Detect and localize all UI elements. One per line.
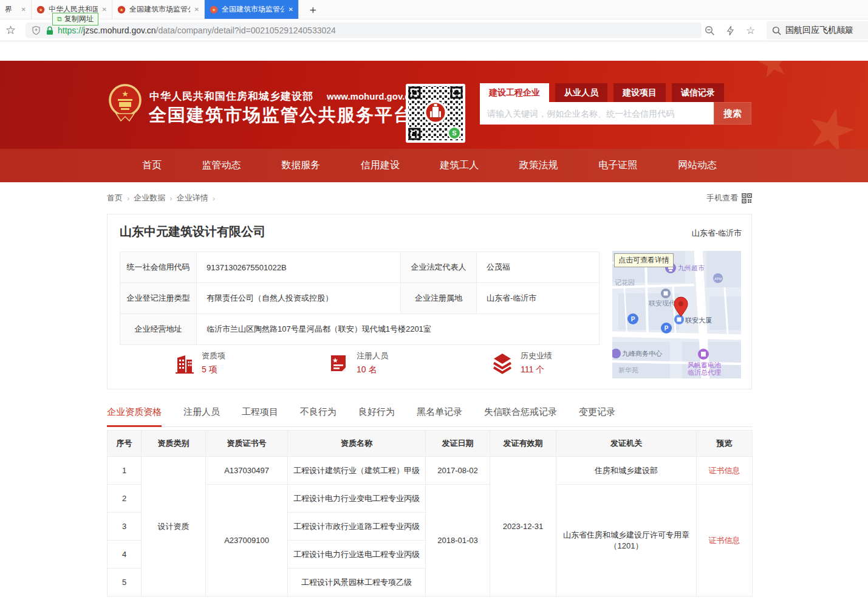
company-name: 山东中元建筑设计有限公司 bbox=[120, 224, 265, 240]
tab-good-behavior[interactable]: 良好行为 bbox=[358, 403, 395, 426]
tab-blacklist[interactable]: 黑名单记录 bbox=[417, 403, 462, 426]
cell-name: 工程设计电力行业变电工程专业丙级 bbox=[288, 485, 426, 513]
svg-text:P: P bbox=[631, 316, 635, 323]
map-label-battery1: 风帆蓄电池 bbox=[688, 361, 721, 369]
svg-text:S: S bbox=[452, 129, 456, 137]
ministry-line: 中华人民共和国住房和城乡建设部www.mohurd.gov.cn bbox=[149, 89, 415, 103]
nav-item-policy[interactable]: 政策法规 bbox=[519, 159, 558, 172]
tab-change-records[interactable]: 变更记录 bbox=[579, 403, 615, 426]
nav-item-data-service[interactable]: 数据服务 bbox=[281, 159, 320, 172]
company-region: 山东省-临沂市 bbox=[692, 228, 742, 239]
header-qr-code: S bbox=[406, 84, 465, 143]
map-label-garden: 记花园 bbox=[615, 279, 635, 286]
url-scheme: https:// bbox=[58, 26, 83, 35]
svg-text:★: ★ bbox=[119, 7, 123, 13]
breadcrumb-separator: › bbox=[213, 194, 215, 203]
nav-item-workers[interactable]: 建筑工人 bbox=[440, 159, 479, 172]
breadcrumb-separator: › bbox=[127, 194, 129, 203]
breadcrumb-company-detail[interactable]: 企业详情 bbox=[177, 193, 208, 203]
flash-icon[interactable] bbox=[726, 26, 734, 36]
tab-title: 界 bbox=[5, 4, 17, 15]
favorite-star-icon[interactable]: ☆ bbox=[746, 24, 755, 37]
stat-value: 5 项 bbox=[202, 364, 225, 375]
reg-type-label: 企业登记注册类型 bbox=[120, 283, 197, 314]
cell-name: 工程设计风景园林工程专项乙级 bbox=[288, 569, 426, 596]
search-tab-personnel[interactable]: 从业人员 bbox=[555, 83, 607, 102]
cell-category: 设计资质 bbox=[142, 457, 206, 596]
tab-projects[interactable]: 工程项目 bbox=[242, 403, 278, 426]
address-bar[interactable]: https://jzsc.mohurd.gov.cn/data/company/… bbox=[26, 22, 702, 38]
mobile-view-label[interactable]: 手机查看 bbox=[706, 193, 738, 203]
new-tab-button[interactable]: ＋ bbox=[299, 0, 327, 19]
nav-item-credit[interactable]: 信用建设 bbox=[361, 159, 400, 172]
certificate-info-link[interactable]: 证书信息 bbox=[697, 457, 753, 485]
svg-text:★: ★ bbox=[211, 7, 216, 13]
close-icon[interactable]: ✕ bbox=[102, 6, 107, 13]
tab-bad-behavior[interactable]: 不良行为 bbox=[300, 403, 337, 426]
ministry-url: www.mohurd.gov.cn bbox=[327, 91, 415, 101]
keyword-search-input[interactable] bbox=[480, 102, 714, 125]
layers-icon bbox=[490, 351, 514, 375]
breadcrumb-home[interactable]: 首页 bbox=[107, 193, 123, 203]
bookmark-star-icon[interactable]: ☆ bbox=[5, 23, 16, 37]
cell-seq: 5 bbox=[108, 569, 142, 596]
cell-name: 工程设计建筑行业（建筑工程）甲级 bbox=[288, 457, 426, 485]
stat-value: 111 个 bbox=[521, 364, 552, 375]
qualification-table: 序号 资质类别 资质证书号 资质名称 发证日期 发证有效期 发证机关 预览 1 … bbox=[107, 430, 753, 596]
map-label-jiufeng: 九峰商务中心 bbox=[622, 350, 662, 357]
flag-star-decoration: ★ bbox=[752, 61, 794, 87]
tab-dishonesty[interactable]: 失信联合惩戒记录 bbox=[484, 403, 557, 426]
nav-item-home[interactable]: 首页 bbox=[142, 159, 162, 172]
col-authority: 发证机关 bbox=[556, 431, 697, 457]
search-button[interactable]: 搜索 bbox=[714, 102, 751, 125]
detail-tabs: 企业资质资格 注册人员 工程项目 不良行为 良好行为 黑名单记录 失信联合惩戒记… bbox=[107, 403, 752, 427]
tab-qualifications[interactable]: 企业资质资格 bbox=[107, 403, 162, 427]
col-name: 资质名称 bbox=[288, 431, 426, 457]
map-tooltip: 点击可查看详情 bbox=[614, 253, 674, 267]
nav-item-e-license[interactable]: 电子证照 bbox=[598, 159, 637, 172]
svg-text:P: P bbox=[665, 325, 669, 332]
search-tab-enterprise[interactable]: 建设工程企业 bbox=[480, 83, 549, 102]
credit-code-label: 统一社会信用代码 bbox=[120, 252, 197, 283]
browser-search-box[interactable]: 国航回应飞机颠簸 bbox=[767, 21, 868, 39]
certificate-info-link[interactable]: 证书信息 bbox=[697, 485, 753, 596]
search-tab-project[interactable]: 建设项目 bbox=[613, 83, 666, 102]
map-label-lianan-tower: 联安大厦 bbox=[685, 316, 712, 324]
company-location-map[interactable]: 点击可查看详情 bbox=[612, 251, 741, 378]
breadcrumb-company-data[interactable]: 企业数据 bbox=[134, 193, 165, 203]
browser-toolbar: ☆ https://jzsc.mohurd.gov.cn/data/compan… bbox=[0, 19, 868, 41]
search-tab-credit[interactable]: 诚信记录 bbox=[672, 83, 724, 102]
close-icon[interactable]: ✕ bbox=[21, 6, 26, 13]
nav-item-site-news[interactable]: 网站动态 bbox=[678, 159, 717, 172]
legal-rep-label: 企业法定代表人 bbox=[401, 252, 477, 283]
cell-cert-no: A137030497 bbox=[206, 457, 288, 485]
url-text: https://jzsc.mohurd.gov.cn/data/company/… bbox=[58, 26, 336, 35]
svg-text:★: ★ bbox=[121, 89, 129, 98]
table-row: 1 设计资质 A137030497 工程设计建筑行业（建筑工程）甲级 2017-… bbox=[108, 457, 753, 485]
browser-tab-0[interactable]: 界 ✕ bbox=[0, 0, 32, 19]
cell-seq: 3 bbox=[108, 513, 142, 541]
cell-seq: 2 bbox=[108, 485, 142, 513]
close-icon[interactable]: ✕ bbox=[289, 6, 293, 13]
stat-history-performance: 历史业绩 111 个 bbox=[490, 350, 552, 375]
cell-seq: 1 bbox=[108, 457, 142, 485]
zoom-out-icon[interactable] bbox=[705, 26, 715, 36]
nav-item-supervision[interactable]: 监管动态 bbox=[202, 159, 241, 172]
close-icon[interactable]: ✕ bbox=[194, 6, 199, 13]
qr-code-icon[interactable] bbox=[742, 193, 752, 203]
stat-qualifications: 资质项 5 项 bbox=[171, 350, 225, 375]
col-seq: 序号 bbox=[108, 431, 142, 457]
credit-code-value: 91371302675501022B bbox=[197, 252, 401, 283]
breadcrumb-separator: › bbox=[169, 194, 172, 203]
browser-tab-2[interactable]: ★ 全国建筑市场监管公共服务平台 ✕ bbox=[112, 0, 205, 19]
browser-tab-active[interactable]: ★ 全国建筑市场监管公共服务平台 ✕ bbox=[205, 0, 299, 19]
building-icon bbox=[171, 351, 196, 375]
col-issue-date: 发证日期 bbox=[426, 431, 490, 457]
reg-region-label: 企业注册属地 bbox=[401, 283, 477, 314]
main-nav: 首页 监管动态 数据服务 信用建设 建筑工人 政策法规 电子证照 网站动态 bbox=[0, 149, 868, 182]
emblem-favicon-icon: ★ bbox=[36, 5, 45, 14]
table-header-row: 序号 资质类别 资质证书号 资质名称 发证日期 发证有效期 发证机关 预览 bbox=[108, 431, 753, 457]
cell-seq: 4 bbox=[108, 541, 142, 569]
url-path: /data/company/detail?id=0021052912405330… bbox=[156, 26, 336, 35]
tab-registered-personnel[interactable]: 注册人员 bbox=[183, 403, 220, 426]
